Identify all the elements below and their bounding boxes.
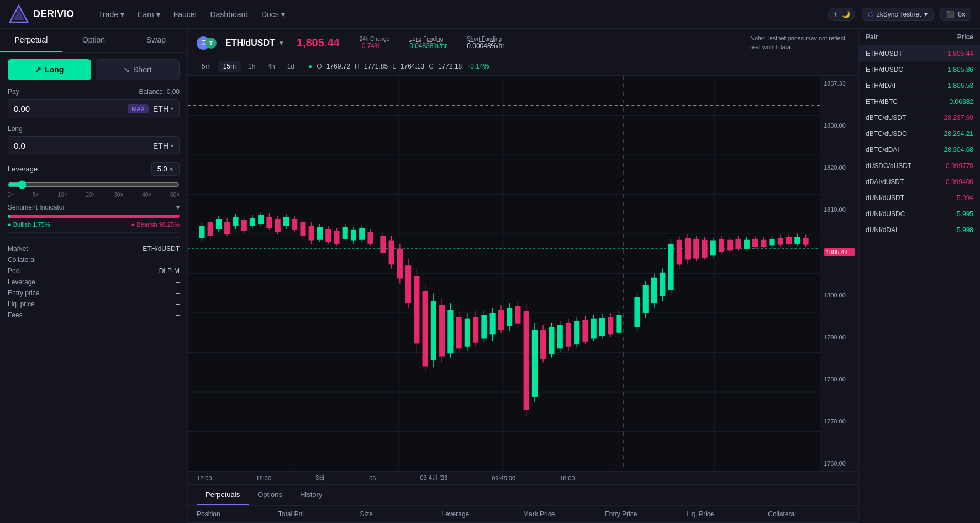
svg-rect-42 xyxy=(292,219,297,230)
list-item[interactable]: ETH/dDAI 1,806.53 xyxy=(859,78,980,94)
tf-4h[interactable]: 4h xyxy=(262,61,280,72)
svg-rect-148 xyxy=(752,239,758,247)
network-badge[interactable]: ⬡ zkSync Testnet ▾ xyxy=(862,8,934,21)
tab-option[interactable]: Option xyxy=(62,29,125,52)
nav-dashboard[interactable]: Dashboard xyxy=(210,10,248,19)
leverage-slider[interactable] xyxy=(8,180,180,189)
svg-rect-154 xyxy=(778,238,783,245)
list-item[interactable]: ETH/dUSDC 1,805.86 xyxy=(859,62,980,78)
svg-rect-98 xyxy=(532,330,538,397)
tf-5m[interactable]: 5m xyxy=(197,61,216,72)
svg-rect-126 xyxy=(660,273,665,296)
theme-toggle[interactable]: ☀ 🌙 xyxy=(828,8,855,21)
sentiment-header: Sentiment Indicator ▾ xyxy=(8,203,180,211)
testnet-note: Note: Testnet prices may not reflect rea… xyxy=(750,34,850,51)
nav-docs[interactable]: Docs ▾ xyxy=(261,10,285,19)
svg-rect-156 xyxy=(786,237,792,244)
svg-rect-26 xyxy=(224,222,230,234)
nav-faucet[interactable]: Faucet xyxy=(173,10,197,19)
pair-info[interactable]: Ξ T ETH/dUSDT ▾ xyxy=(197,36,283,50)
list-item[interactable]: ETH/dUSDT 1,805.44 xyxy=(859,46,980,62)
usdt-icon: T xyxy=(206,38,217,49)
list-item[interactable]: dDAI/dUSDT 0.999400 xyxy=(859,174,980,190)
short-button[interactable]: ↘ Short xyxy=(96,59,180,80)
svg-rect-48 xyxy=(317,227,323,239)
tf-1d[interactable]: 1d xyxy=(282,61,299,72)
list-item[interactable]: dUNI/dUSDC 5.995 xyxy=(859,206,980,222)
tab-perpetual[interactable]: Perpetual xyxy=(0,29,62,52)
24h-change-group: 24h Change -0.74% xyxy=(360,36,390,50)
info-row-market: Market ETH/dUSDT xyxy=(8,243,180,254)
svg-rect-78 xyxy=(447,310,453,354)
info-row-pool: Pool DLP-M xyxy=(8,265,180,276)
nav-earn[interactable]: Earn ▾ xyxy=(138,10,160,19)
left-panel: Perpetual Option Swap ↗ Long ↘ Short Pay… xyxy=(0,29,188,523)
info-row-liq-price: Liq. price – xyxy=(8,299,180,310)
list-item[interactable]: ETH/dBTC 0.06382 xyxy=(859,94,980,110)
tf-1h[interactable]: 1h xyxy=(243,61,260,72)
svg-rect-82 xyxy=(465,319,470,347)
current-price-tick: 1805.44 xyxy=(824,248,855,256)
long-funding-group: Long Funding 0.04838%/hr xyxy=(409,36,447,50)
svg-marker-1 xyxy=(13,9,24,20)
svg-rect-46 xyxy=(309,226,314,241)
info-row-collateral: Collateral xyxy=(8,254,180,265)
wallet-icon: ⬛ xyxy=(946,11,955,18)
change-value: -0.74% xyxy=(360,42,390,50)
svg-rect-128 xyxy=(668,244,673,290)
pay-input-group: MAX ETH ▾ xyxy=(8,99,180,118)
long-button[interactable]: ↗ Long xyxy=(8,59,91,80)
list-item[interactable]: dUNI/dUSDT 5.994 xyxy=(859,190,980,206)
svg-rect-124 xyxy=(651,278,657,303)
left-tab-bar: Perpetual Option Swap xyxy=(0,29,187,53)
svg-rect-22 xyxy=(208,222,213,236)
chevron-down-icon: ▾ xyxy=(176,203,180,211)
list-item[interactable]: dBTC/dDAI 28,304.68 xyxy=(859,142,980,158)
tab-history[interactable]: History xyxy=(291,485,331,505)
wallet-button[interactable]: ⬛ 0x xyxy=(940,8,971,21)
max-button[interactable]: MAX xyxy=(128,104,149,113)
tf-15m[interactable]: 15m xyxy=(218,61,241,72)
list-item[interactable]: dBTC/dUSDC 28,294.21 xyxy=(859,126,980,142)
nav-trade[interactable]: Trade ▾ xyxy=(98,10,124,19)
svg-rect-86 xyxy=(481,315,487,339)
svg-rect-80 xyxy=(456,317,462,348)
svg-rect-106 xyxy=(566,323,571,347)
topnav: DERIVIO Trade ▾ Earn ▾ Faucet Dashboard … xyxy=(0,0,980,29)
positions-header: Position Total PnL Size Leverage Mark Pr… xyxy=(188,506,858,523)
list-item[interactable]: dBTC/dUSDT 28,287.69 xyxy=(859,110,980,126)
center-area: Ξ T ETH/dUSDT ▾ 1,805.44 24h Change -0.7… xyxy=(188,29,858,523)
network-icon: ⬡ xyxy=(868,11,873,18)
trend-up-icon: ↗ xyxy=(35,65,41,74)
svg-rect-144 xyxy=(735,239,741,249)
tab-perpetuals[interactable]: Perpetuals xyxy=(197,485,249,505)
chevron-down-icon: ▾ xyxy=(280,39,283,47)
svg-rect-76 xyxy=(439,305,445,357)
list-item[interactable]: dUSDC/dUSDT 0.999770 xyxy=(859,158,980,174)
bottom-tab-bar: Perpetuals Options History xyxy=(188,485,858,506)
pay-token-select[interactable]: ETH ▾ xyxy=(153,104,173,113)
svg-rect-138 xyxy=(710,241,716,256)
svg-rect-132 xyxy=(685,238,691,259)
trend-down-icon: ↘ xyxy=(123,65,130,74)
tab-swap[interactable]: Swap xyxy=(125,29,187,52)
svg-rect-142 xyxy=(727,240,733,251)
pay-input[interactable] xyxy=(14,104,128,113)
svg-rect-38 xyxy=(275,219,281,232)
long-token-select[interactable]: ETH ▾ xyxy=(153,142,173,150)
svg-rect-32 xyxy=(250,218,255,226)
svg-rect-50 xyxy=(325,229,331,242)
price-tick: 1780.00 xyxy=(824,376,855,383)
svg-rect-122 xyxy=(643,285,649,313)
right-panel: Pair Price ETH/dUSDT 1,805.44 ETH/dUSDC … xyxy=(858,29,980,523)
current-price: 1,805.44 xyxy=(297,36,340,49)
long-input[interactable] xyxy=(14,141,153,150)
chevron-down-icon: ▾ xyxy=(171,143,173,149)
svg-rect-84 xyxy=(473,317,478,342)
tab-options[interactable]: Options xyxy=(249,485,291,505)
svg-rect-58 xyxy=(359,228,365,239)
price-tick: 1790.00 xyxy=(824,334,855,341)
list-item[interactable]: dUNI/dDAI 5.998 xyxy=(859,222,980,238)
svg-rect-30 xyxy=(241,220,247,231)
timeframe-bar: 5m 15m 1h 4h 1d ● O 1769.72 H 1771.85 L … xyxy=(188,57,858,76)
